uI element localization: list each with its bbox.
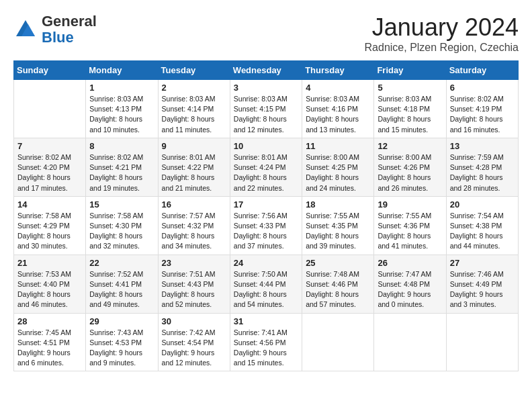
calendar-cell: 24Sunrise: 7:50 AM Sunset: 4:44 PM Dayli… bbox=[230, 255, 302, 313]
logo-blue: Blue bbox=[42, 29, 74, 46]
calendar-week-row: 7Sunrise: 8:02 AM Sunset: 4:20 PM Daylig… bbox=[14, 138, 519, 196]
calendar-cell: 13Sunrise: 7:59 AM Sunset: 4:28 PM Dayli… bbox=[446, 138, 518, 196]
calendar-cell: 9Sunrise: 8:01 AM Sunset: 4:22 PM Daylig… bbox=[158, 138, 230, 196]
day-of-week-header: Thursday bbox=[302, 61, 374, 80]
calendar-cell: 20Sunrise: 7:54 AM Sunset: 4:38 PM Dayli… bbox=[446, 196, 518, 255]
day-number: 16 bbox=[162, 199, 226, 210]
day-info: Sunrise: 7:57 AM Sunset: 4:32 PM Dayligh… bbox=[162, 211, 226, 252]
calendar-cell: 1Sunrise: 8:03 AM Sunset: 4:13 PM Daylig… bbox=[86, 80, 158, 138]
calendar-cell: 25Sunrise: 7:48 AM Sunset: 4:46 PM Dayli… bbox=[302, 255, 374, 313]
calendar-week-row: 21Sunrise: 7:53 AM Sunset: 4:40 PM Dayli… bbox=[14, 255, 519, 313]
day-info: Sunrise: 7:54 AM Sunset: 4:38 PM Dayligh… bbox=[450, 211, 515, 252]
logo-general: General bbox=[42, 13, 97, 30]
calendar-cell: 2Sunrise: 8:03 AM Sunset: 4:14 PM Daylig… bbox=[158, 80, 230, 138]
calendar-cell: 21Sunrise: 7:53 AM Sunset: 4:40 PM Dayli… bbox=[14, 255, 86, 313]
day-number: 22 bbox=[89, 258, 154, 268]
day-info: Sunrise: 8:03 AM Sunset: 4:15 PM Dayligh… bbox=[234, 94, 298, 135]
day-info: Sunrise: 7:58 AM Sunset: 4:30 PM Dayligh… bbox=[89, 211, 154, 252]
day-number: 20 bbox=[450, 199, 515, 210]
calendar-cell: 6Sunrise: 8:02 AM Sunset: 4:19 PM Daylig… bbox=[446, 80, 518, 138]
day-number: 4 bbox=[306, 83, 370, 93]
calendar-cell: 18Sunrise: 7:55 AM Sunset: 4:35 PM Dayli… bbox=[302, 196, 374, 255]
day-number: 2 bbox=[162, 83, 226, 93]
day-of-week-header: Sunday bbox=[14, 61, 86, 80]
calendar-cell: 22Sunrise: 7:52 AM Sunset: 4:41 PM Dayli… bbox=[86, 255, 158, 313]
calendar-cell: 31Sunrise: 7:41 AM Sunset: 4:56 PM Dayli… bbox=[230, 313, 302, 371]
day-of-week-header: Tuesday bbox=[158, 61, 230, 80]
calendar-cell: 14Sunrise: 7:58 AM Sunset: 4:29 PM Dayli… bbox=[14, 196, 86, 255]
day-info: Sunrise: 7:47 AM Sunset: 4:48 PM Dayligh… bbox=[378, 269, 442, 310]
day-of-week-header: Wednesday bbox=[230, 61, 302, 80]
location-subtitle: Radnice, Plzen Region, Czechia bbox=[365, 42, 519, 54]
day-info: Sunrise: 7:56 AM Sunset: 4:33 PM Dayligh… bbox=[234, 211, 298, 252]
day-number: 3 bbox=[234, 83, 298, 93]
title-block: January 2024 Radnice, Plzen Region, Czec… bbox=[365, 13, 519, 54]
calendar-week-row: 28Sunrise: 7:45 AM Sunset: 4:51 PM Dayli… bbox=[14, 313, 519, 371]
calendar-header-row: SundayMondayTuesdayWednesdayThursdayFrid… bbox=[14, 61, 519, 80]
day-number: 27 bbox=[450, 258, 515, 268]
day-number: 26 bbox=[378, 258, 442, 268]
day-info: Sunrise: 8:01 AM Sunset: 4:24 PM Dayligh… bbox=[234, 152, 298, 193]
calendar-cell: 12Sunrise: 8:00 AM Sunset: 4:26 PM Dayli… bbox=[374, 138, 446, 196]
day-info: Sunrise: 8:03 AM Sunset: 4:18 PM Dayligh… bbox=[378, 94, 442, 135]
day-info: Sunrise: 7:48 AM Sunset: 4:46 PM Dayligh… bbox=[306, 269, 370, 310]
day-number: 8 bbox=[89, 141, 154, 151]
day-number: 25 bbox=[306, 258, 370, 268]
day-info: Sunrise: 8:02 AM Sunset: 4:21 PM Dayligh… bbox=[89, 152, 154, 193]
calendar-cell: 7Sunrise: 8:02 AM Sunset: 4:20 PM Daylig… bbox=[14, 138, 86, 196]
day-info: Sunrise: 8:03 AM Sunset: 4:14 PM Dayligh… bbox=[162, 94, 226, 135]
day-of-week-header: Monday bbox=[86, 61, 158, 80]
calendar-cell: 15Sunrise: 7:58 AM Sunset: 4:30 PM Dayli… bbox=[86, 196, 158, 255]
calendar-cell: 29Sunrise: 7:43 AM Sunset: 4:53 PM Dayli… bbox=[86, 313, 158, 371]
day-info: Sunrise: 7:55 AM Sunset: 4:35 PM Dayligh… bbox=[306, 211, 370, 252]
day-of-week-header: Saturday bbox=[446, 61, 518, 80]
day-number: 23 bbox=[162, 258, 226, 268]
day-info: Sunrise: 8:02 AM Sunset: 4:19 PM Dayligh… bbox=[450, 94, 515, 135]
day-info: Sunrise: 7:53 AM Sunset: 4:40 PM Dayligh… bbox=[17, 269, 82, 310]
logo: General Blue bbox=[13, 13, 97, 46]
day-number: 7 bbox=[17, 141, 82, 151]
day-number: 30 bbox=[162, 316, 226, 326]
day-number: 31 bbox=[234, 316, 298, 326]
day-info: Sunrise: 7:58 AM Sunset: 4:29 PM Dayligh… bbox=[17, 211, 82, 252]
day-number: 1 bbox=[89, 83, 154, 93]
calendar-cell: 4Sunrise: 8:03 AM Sunset: 4:16 PM Daylig… bbox=[302, 80, 374, 138]
day-number: 21 bbox=[17, 258, 82, 268]
calendar-cell: 17Sunrise: 7:56 AM Sunset: 4:33 PM Dayli… bbox=[230, 196, 302, 255]
calendar-cell bbox=[302, 313, 374, 371]
day-info: Sunrise: 7:42 AM Sunset: 4:54 PM Dayligh… bbox=[162, 328, 226, 369]
day-info: Sunrise: 8:03 AM Sunset: 4:13 PM Dayligh… bbox=[89, 94, 154, 135]
calendar-cell: 23Sunrise: 7:51 AM Sunset: 4:43 PM Dayli… bbox=[158, 255, 230, 313]
day-number: 6 bbox=[450, 83, 515, 93]
logo-text: General Blue bbox=[42, 13, 97, 46]
day-number: 9 bbox=[162, 141, 226, 151]
day-number: 10 bbox=[234, 141, 298, 151]
day-info: Sunrise: 8:00 AM Sunset: 4:26 PM Dayligh… bbox=[378, 152, 442, 193]
day-info: Sunrise: 7:46 AM Sunset: 4:49 PM Dayligh… bbox=[450, 269, 515, 310]
day-info: Sunrise: 8:00 AM Sunset: 4:25 PM Dayligh… bbox=[306, 152, 370, 193]
day-info: Sunrise: 7:59 AM Sunset: 4:28 PM Dayligh… bbox=[450, 152, 515, 193]
day-number: 14 bbox=[17, 199, 82, 210]
day-info: Sunrise: 7:52 AM Sunset: 4:41 PM Dayligh… bbox=[89, 269, 154, 310]
calendar-cell: 3Sunrise: 8:03 AM Sunset: 4:15 PM Daylig… bbox=[230, 80, 302, 138]
day-info: Sunrise: 7:50 AM Sunset: 4:44 PM Dayligh… bbox=[234, 269, 298, 310]
calendar-cell: 26Sunrise: 7:47 AM Sunset: 4:48 PM Dayli… bbox=[374, 255, 446, 313]
calendar-cell: 10Sunrise: 8:01 AM Sunset: 4:24 PM Dayli… bbox=[230, 138, 302, 196]
calendar-cell: 28Sunrise: 7:45 AM Sunset: 4:51 PM Dayli… bbox=[14, 313, 86, 371]
month-title: January 2024 bbox=[365, 13, 519, 42]
day-number: 28 bbox=[17, 316, 82, 326]
day-number: 5 bbox=[378, 83, 442, 93]
calendar-cell: 19Sunrise: 7:55 AM Sunset: 4:36 PM Dayli… bbox=[374, 196, 446, 255]
day-info: Sunrise: 7:45 AM Sunset: 4:51 PM Dayligh… bbox=[17, 328, 82, 369]
day-number: 18 bbox=[306, 199, 370, 210]
day-info: Sunrise: 8:03 AM Sunset: 4:16 PM Dayligh… bbox=[306, 94, 370, 135]
day-number: 17 bbox=[234, 199, 298, 210]
day-info: Sunrise: 7:43 AM Sunset: 4:53 PM Dayligh… bbox=[89, 328, 154, 369]
calendar-cell: 30Sunrise: 7:42 AM Sunset: 4:54 PM Dayli… bbox=[158, 313, 230, 371]
calendar-week-row: 1Sunrise: 8:03 AM Sunset: 4:13 PM Daylig… bbox=[14, 80, 519, 138]
day-info: Sunrise: 7:55 AM Sunset: 4:36 PM Dayligh… bbox=[378, 211, 442, 252]
day-number: 11 bbox=[306, 141, 370, 151]
calendar-cell bbox=[446, 313, 518, 371]
calendar-cell: 5Sunrise: 8:03 AM Sunset: 4:18 PM Daylig… bbox=[374, 80, 446, 138]
day-number: 24 bbox=[234, 258, 298, 268]
